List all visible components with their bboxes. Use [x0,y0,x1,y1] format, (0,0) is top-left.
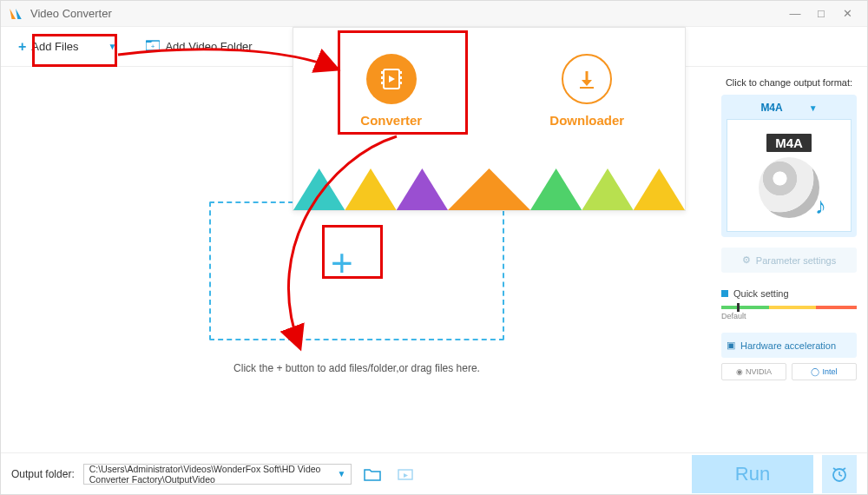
parameter-settings-label: Parameter settings [756,255,836,266]
title-bar: Video Converter — □ ✕ [1,1,867,27]
add-folder-label: Add Video Folder [165,40,252,53]
browse-folder-button[interactable] [360,464,385,485]
film-icon [366,54,417,104]
add-video-folder-button[interactable]: + Add Video Folder [137,36,260,57]
svg-marker-1 [16,9,22,19]
run-button[interactable]: Run [692,455,813,493]
format-selected-label: M4A [760,102,782,114]
quick-setting-row: Quick setting [721,288,857,299]
window-title: Video Converter [30,7,782,20]
decorative-triangles [293,168,685,210]
svg-text:+: + [151,43,155,50]
maximize-button[interactable]: □ [808,7,834,20]
format-box: M4A ▼ M4A ♪ [721,95,857,237]
svg-marker-16 [404,473,408,478]
music-note-icon: ♪ [815,193,826,220]
download-icon [562,54,612,104]
svg-line-20 [833,468,836,470]
output-folder-path: C:\Users\Administrator\Videos\WonderFox … [89,464,338,485]
folder-open-icon [397,467,414,481]
intel-icon: ◯ [811,367,819,376]
output-folder-input[interactable]: C:\Users\Administrator\Videos\WonderFox … [83,464,352,485]
svg-marker-11 [389,76,395,82]
bottom-bar: Output folder: C:\Users\Administrator\Vi… [1,452,867,494]
gpu-vendors: ◉ NVIDIA ◯ Intel [721,363,857,380]
alarm-clock-icon [830,465,849,484]
mode-downloader[interactable]: Downloader [522,54,652,128]
svg-rect-7 [381,82,384,84]
drop-zone-message: Click the + button to add files/folder,o… [209,362,504,374]
nvidia-icon: ◉ [736,367,743,376]
parameter-settings-button[interactable]: ⚙ Parameter settings [721,248,857,273]
svg-rect-5 [381,71,384,74]
chip-icon: ▣ [727,340,735,351]
plus-icon: + [18,39,26,55]
svg-marker-0 [10,9,16,19]
svg-rect-6 [381,76,384,79]
sliders-icon: ⚙ [742,254,751,266]
mode-converter[interactable]: Converter [326,54,457,128]
disc-icon: ♪ [759,157,819,218]
hw-accel-label: Hardware acceleration [740,340,836,351]
format-preview[interactable]: M4A ♪ [727,119,852,232]
quick-setting-label: Quick setting [733,288,789,299]
folder-icon [364,467,381,481]
output-folder-label: Output folder: [11,468,75,480]
svg-rect-8 [399,71,402,74]
output-panel: Click to change output format: M4A ▼ M4A… [716,67,862,452]
mode-converter-label: Converter [326,113,457,128]
output-format-hint: Click to change output format: [721,77,857,88]
folder-plus-icon: + [146,39,160,54]
vendor-intel[interactable]: ◯ Intel [792,363,857,380]
mode-downloader-label: Downloader [522,113,652,128]
slider-thumb[interactable] [737,303,740,312]
add-files-dropdown[interactable]: ▼ [102,38,124,55]
app-logo-icon [8,6,23,22]
svg-rect-10 [399,82,402,84]
open-output-button[interactable] [393,464,418,485]
add-plus-icon[interactable]: + [331,244,353,282]
schedule-button[interactable] [822,455,857,493]
drop-zone[interactable] [209,201,504,340]
minimize-button[interactable]: — [782,7,808,20]
format-badge: M4A [766,134,812,152]
app-window: Video Converter — □ ✕ + Add Files ▼ + Ad… [0,0,868,495]
hardware-acceleration-button[interactable]: ▣ Hardware acceleration [721,333,857,358]
close-button[interactable]: ✕ [834,7,860,20]
add-files-button[interactable]: + Add Files [10,36,88,58]
add-files-label: Add Files [31,40,78,53]
svg-line-19 [839,475,842,476]
svg-marker-13 [582,80,592,86]
svg-rect-9 [399,76,402,79]
format-selector[interactable]: M4A ▼ [727,100,852,119]
slider-default-label: Default [721,312,857,320]
chevron-down-icon: ▼ [809,103,818,113]
chevron-down-icon: ▼ [337,469,345,478]
svg-line-21 [843,468,845,470]
quality-slider[interactable] [721,306,857,309]
square-bullet-icon [721,290,728,297]
vendor-nvidia[interactable]: ◉ NVIDIA [721,363,786,380]
mode-callout-panel: Converter Downloader [293,27,686,211]
